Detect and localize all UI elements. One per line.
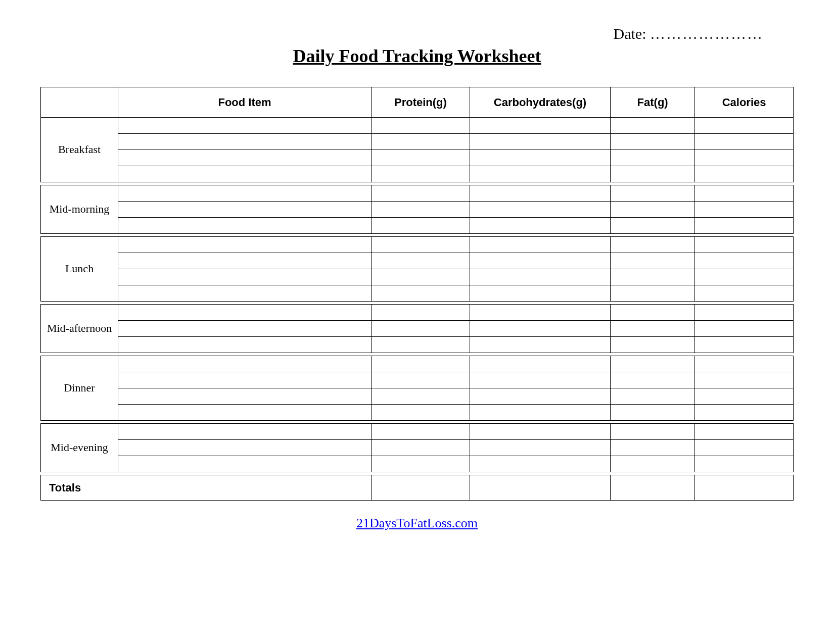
- cell[interactable]: [695, 356, 794, 372]
- cell[interactable]: [118, 388, 372, 405]
- cell[interactable]: [470, 269, 610, 285]
- cell[interactable]: [611, 388, 695, 405]
- cell[interactable]: [695, 150, 794, 166]
- cell[interactable]: [695, 388, 794, 405]
- cell[interactable]: [695, 269, 794, 285]
- cell[interactable]: [470, 285, 610, 302]
- cell[interactable]: [611, 305, 695, 321]
- cell[interactable]: [470, 253, 610, 269]
- cell[interactable]: [695, 405, 794, 421]
- cell[interactable]: [372, 372, 470, 388]
- cell[interactable]: [372, 405, 470, 421]
- totals-cell[interactable]: [611, 475, 695, 501]
- cell[interactable]: [695, 372, 794, 388]
- cell[interactable]: [611, 134, 695, 150]
- cell[interactable]: [118, 134, 372, 150]
- cell[interactable]: [611, 150, 695, 166]
- cell[interactable]: [611, 285, 695, 302]
- cell[interactable]: [470, 150, 610, 166]
- cell[interactable]: [611, 456, 695, 472]
- cell[interactable]: [470, 118, 610, 134]
- cell[interactable]: [470, 424, 610, 440]
- totals-cell[interactable]: [372, 475, 470, 501]
- cell[interactable]: [372, 337, 470, 353]
- cell[interactable]: [372, 440, 470, 456]
- cell[interactable]: [372, 218, 470, 234]
- cell[interactable]: [695, 237, 794, 253]
- cell[interactable]: [372, 202, 470, 218]
- cell[interactable]: [470, 356, 610, 372]
- cell[interactable]: [118, 305, 372, 321]
- cell[interactable]: [611, 424, 695, 440]
- cell[interactable]: [118, 118, 372, 134]
- date-value[interactable]: …………………: [650, 25, 763, 42]
- cell[interactable]: [118, 202, 372, 218]
- cell[interactable]: [118, 218, 372, 234]
- cell[interactable]: [611, 237, 695, 253]
- cell[interactable]: [118, 372, 372, 388]
- cell[interactable]: [611, 218, 695, 234]
- cell[interactable]: [611, 372, 695, 388]
- cell[interactable]: [118, 337, 372, 353]
- cell[interactable]: [372, 269, 470, 285]
- cell[interactable]: [695, 118, 794, 134]
- cell[interactable]: [372, 285, 470, 302]
- cell[interactable]: [372, 456, 470, 472]
- cell[interactable]: [470, 456, 610, 472]
- cell[interactable]: [118, 456, 372, 472]
- cell[interactable]: [470, 440, 610, 456]
- cell[interactable]: [611, 253, 695, 269]
- cell[interactable]: [372, 118, 470, 134]
- cell[interactable]: [372, 185, 470, 202]
- cell[interactable]: [695, 253, 794, 269]
- cell[interactable]: [470, 337, 610, 353]
- cell[interactable]: [695, 337, 794, 353]
- cell[interactable]: [470, 372, 610, 388]
- cell[interactable]: [118, 269, 372, 285]
- cell[interactable]: [611, 269, 695, 285]
- cell[interactable]: [470, 321, 610, 337]
- cell[interactable]: [695, 424, 794, 440]
- cell[interactable]: [372, 424, 470, 440]
- cell[interactable]: [695, 166, 794, 182]
- cell[interactable]: [695, 202, 794, 218]
- cell[interactable]: [372, 134, 470, 150]
- totals-cell[interactable]: [695, 475, 794, 501]
- cell[interactable]: [118, 150, 372, 166]
- cell[interactable]: [470, 134, 610, 150]
- totals-cell[interactable]: [470, 475, 610, 501]
- cell[interactable]: [470, 388, 610, 405]
- cell[interactable]: [611, 118, 695, 134]
- cell[interactable]: [372, 150, 470, 166]
- cell[interactable]: [118, 424, 372, 440]
- cell[interactable]: [118, 166, 372, 182]
- cell[interactable]: [118, 321, 372, 337]
- footer-link[interactable]: 21DaysToFatLoss.com: [356, 516, 478, 530]
- cell[interactable]: [470, 405, 610, 421]
- cell[interactable]: [372, 305, 470, 321]
- cell[interactable]: [118, 285, 372, 302]
- cell[interactable]: [372, 321, 470, 337]
- cell[interactable]: [118, 253, 372, 269]
- cell[interactable]: [470, 305, 610, 321]
- cell[interactable]: [372, 237, 470, 253]
- cell[interactable]: [695, 456, 794, 472]
- cell[interactable]: [611, 440, 695, 456]
- cell[interactable]: [470, 185, 610, 202]
- cell[interactable]: [695, 321, 794, 337]
- cell[interactable]: [611, 337, 695, 353]
- cell[interactable]: [695, 185, 794, 202]
- cell[interactable]: [470, 237, 610, 253]
- cell[interactable]: [118, 237, 372, 253]
- cell[interactable]: [695, 218, 794, 234]
- cell[interactable]: [695, 440, 794, 456]
- cell[interactable]: [372, 356, 470, 372]
- cell[interactable]: [695, 305, 794, 321]
- cell[interactable]: [470, 166, 610, 182]
- cell[interactable]: [118, 185, 372, 202]
- cell[interactable]: [611, 321, 695, 337]
- cell[interactable]: [372, 166, 470, 182]
- cell[interactable]: [611, 166, 695, 182]
- cell[interactable]: [695, 285, 794, 302]
- cell[interactable]: [372, 388, 470, 405]
